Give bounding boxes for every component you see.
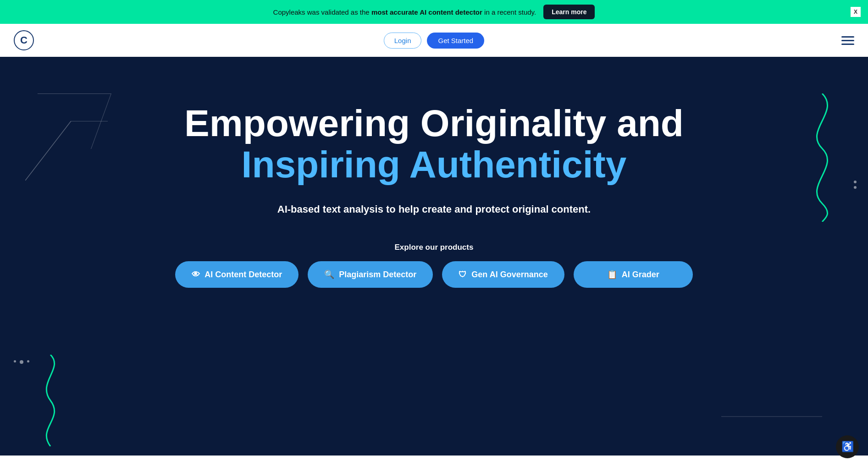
squiggle-top-decoration bbox=[804, 93, 840, 222]
ai-grader-label: AI Grader bbox=[622, 270, 659, 280]
announcement-text-after: in a recent study. bbox=[482, 8, 536, 16]
announcement-text: Copyleaks was validated as the most accu… bbox=[273, 8, 536, 16]
hero-title-line2: Inspiring Authenticity bbox=[175, 144, 692, 185]
hamburger-line-1 bbox=[841, 36, 854, 38]
logo-circle: C bbox=[14, 30, 34, 50]
gen-ai-governance-button[interactable]: 🛡 Gen AI Governance bbox=[442, 261, 564, 288]
ai-grader-button[interactable]: 📋 AI Grader bbox=[574, 261, 693, 288]
hamburger-menu[interactable] bbox=[841, 36, 854, 45]
clipboard-icon: 📋 bbox=[607, 269, 617, 280]
login-button[interactable]: Login bbox=[384, 33, 422, 49]
plagiarism-detector-label: Plagiarism Detector bbox=[339, 270, 416, 280]
announcement-bold-text: most accurate AI content detector bbox=[371, 8, 482, 16]
hamburger-line-2 bbox=[841, 40, 854, 41]
shield-icon: 🛡 bbox=[459, 270, 467, 280]
announcement-bar: Copyleaks was validated as the most accu… bbox=[0, 0, 868, 24]
accessibility-icon: ♿ bbox=[841, 441, 854, 453]
dot-2 bbox=[20, 360, 23, 364]
plagiarism-detector-button[interactable]: 🔍 Plagiarism Detector bbox=[308, 261, 433, 288]
get-started-button[interactable]: Get Started bbox=[427, 33, 484, 49]
nav-buttons: Login Get Started bbox=[384, 33, 484, 49]
eye-icon: 👁 bbox=[192, 270, 200, 280]
dot-1 bbox=[14, 360, 16, 362]
close-announcement-button[interactable]: X bbox=[851, 7, 861, 17]
announcement-text-before: Copyleaks was validated as the bbox=[273, 8, 371, 16]
ai-content-detector-label: AI Content Detector bbox=[205, 270, 282, 280]
ai-content-detector-button[interactable]: 👁 AI Content Detector bbox=[175, 261, 299, 288]
hamburger-line-3 bbox=[841, 44, 854, 45]
dots-left-decoration bbox=[14, 360, 29, 364]
dot-3 bbox=[27, 360, 29, 362]
hero-subtitle: AI-based text analysis to help create an… bbox=[175, 203, 692, 215]
accessibility-button[interactable]: ♿ bbox=[836, 435, 859, 456]
dot-right-1 bbox=[854, 181, 857, 183]
hero-section: Empowering Originality and Inspiring Aut… bbox=[0, 57, 868, 456]
product-buttons-row: 👁 AI Content Detector 🔍 Plagiarism Detec… bbox=[175, 261, 692, 288]
hero-title-line1: Empowering Originality and bbox=[175, 103, 692, 144]
diagonal-decoration-bottomright bbox=[721, 414, 822, 419]
header: C Login Get Started bbox=[0, 24, 868, 57]
explore-label: Explore our products bbox=[175, 243, 692, 252]
search-icon: 🔍 bbox=[324, 269, 334, 280]
dots-right-decoration bbox=[854, 181, 857, 189]
hero-content: Empowering Originality and Inspiring Aut… bbox=[175, 103, 692, 288]
squiggle-bottom-decoration bbox=[37, 355, 64, 446]
diagonal-decoration-topleft bbox=[25, 121, 108, 181]
logo[interactable]: C bbox=[14, 30, 34, 50]
dot-right-2 bbox=[854, 186, 857, 189]
learn-more-button[interactable]: Learn more bbox=[543, 5, 595, 19]
gen-ai-governance-label: Gen AI Governance bbox=[471, 270, 547, 280]
